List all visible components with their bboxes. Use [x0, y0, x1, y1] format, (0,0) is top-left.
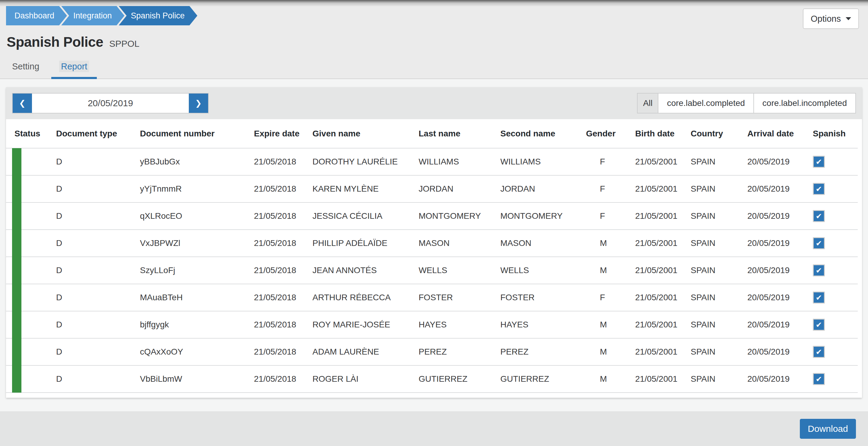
spanish-checkbox[interactable]: ✔	[813, 373, 825, 385]
column-header-given-name: Given name	[312, 119, 418, 148]
filter-button-all[interactable]: All	[637, 93, 658, 114]
cell-expire-date: 21/05/2018	[254, 311, 312, 338]
cell-last-name: JORDAN	[418, 175, 500, 203]
cell-document-type: D	[56, 203, 140, 230]
cell-document-type: D	[56, 338, 140, 365]
tab-label-report: Report	[59, 61, 89, 72]
cell-birth-date: 21/05/2001	[635, 148, 691, 175]
cell-document-number: qXLRocEO	[140, 203, 254, 230]
cell-arrival-date: 20/05/2019	[747, 338, 813, 365]
chevron-left-icon: ❮	[19, 99, 26, 108]
next-date-button[interactable]: ❯	[189, 93, 208, 113]
column-header-expire-date: Expire date	[254, 119, 312, 148]
cell-birth-date: 21/05/2001	[635, 338, 691, 365]
table-header-row: StatusDocument typeDocument numberExpire…	[6, 119, 858, 148]
tab-report[interactable]: Report	[51, 62, 97, 79]
report-table: StatusDocument typeDocument numberExpire…	[6, 119, 858, 393]
date-navigator: ❮ ❯	[12, 93, 209, 114]
page-footer: Download	[0, 411, 868, 446]
content-area: ❮ ❯ Allcore.label.completedcore.label.in…	[0, 79, 868, 411]
options-button-label: Options	[811, 14, 841, 24]
cell-country: SPAIN	[691, 203, 747, 230]
cell-country: SPAIN	[691, 338, 747, 365]
cell-document-number: yBBJubGx	[140, 148, 254, 175]
breadcrumb-item-dashboard[interactable]: Dashboard	[6, 6, 67, 25]
cell-country: SPAIN	[691, 230, 747, 257]
cell-gender: M	[586, 338, 635, 365]
spanish-checkbox[interactable]: ✔	[813, 264, 825, 276]
breadcrumb-item-spanish-police[interactable]: Spanish Police	[119, 6, 197, 25]
cell-last-name: PEREZ	[418, 338, 500, 365]
cell-document-type: D	[56, 230, 140, 257]
cell-given-name: PHILLIP ADÉLAÏDE	[312, 230, 418, 257]
spanish-checkbox[interactable]: ✔	[813, 183, 825, 195]
column-header-document-type: Document type	[56, 119, 140, 148]
cell-gender: F	[586, 148, 635, 175]
spanish-checkbox[interactable]: ✔	[813, 319, 825, 331]
cell-expire-date: 21/05/2018	[254, 148, 312, 175]
cell-last-name: MONTGOMERY	[418, 203, 500, 230]
cell-second-name: HAYES	[500, 311, 586, 338]
spanish-checkbox[interactable]: ✔	[813, 292, 825, 303]
cell-country: SPAIN	[691, 175, 747, 203]
tab-setting[interactable]: Setting	[4, 62, 47, 79]
column-header-status: Status	[6, 119, 56, 148]
cell-spanish: ✔	[813, 338, 858, 365]
table-row: Dbjffgygk21/05/2018ROY MARIE-JOSÉEHAYESH…	[6, 311, 858, 338]
cell-gender: F	[586, 284, 635, 311]
cell-birth-date: 21/05/2001	[635, 311, 691, 338]
cell-second-name: FOSTER	[500, 284, 586, 311]
cell-last-name: HAYES	[418, 311, 500, 338]
cell-spanish: ✔	[813, 311, 858, 338]
cell-expire-date: 21/05/2018	[254, 284, 312, 311]
cell-expire-date: 21/05/2018	[254, 203, 312, 230]
cell-expire-date: 21/05/2018	[254, 338, 312, 365]
table-row: DSzyLLoFj21/05/2018JEAN ANNOTÉSWELLSWELL…	[6, 257, 858, 284]
spanish-checkbox[interactable]: ✔	[813, 156, 825, 168]
cell-document-number: SzyLLoFj	[140, 257, 254, 284]
cell-arrival-date: 20/05/2019	[747, 175, 813, 203]
cell-country: SPAIN	[691, 284, 747, 311]
column-header-spanish: Spanish	[813, 119, 858, 148]
cell-arrival-date: 20/05/2019	[747, 203, 813, 230]
breadcrumb-item-integration[interactable]: Integration	[61, 6, 125, 25]
cell-country: SPAIN	[691, 365, 747, 393]
table-row: DqXLRocEO21/05/2018JESSICA CÉCILIAMONTGO…	[6, 203, 858, 230]
cell-gender: F	[586, 175, 635, 203]
cell-second-name: GUTIERREZ	[500, 365, 586, 393]
cell-spanish: ✔	[813, 203, 858, 230]
options-button[interactable]: Options	[803, 8, 859, 29]
previous-date-button[interactable]: ❮	[13, 93, 32, 113]
filter-button-core-label-incompleted[interactable]: core.label.incompleted	[753, 93, 856, 114]
column-header-birth-date: Birth date	[635, 119, 691, 148]
page-title: Spanish Police	[7, 34, 103, 50]
cell-second-name: WELLS	[500, 257, 586, 284]
cell-birth-date: 21/05/2001	[635, 365, 691, 393]
report-card: ❮ ❯ Allcore.label.completedcore.label.in…	[6, 87, 862, 398]
cell-birth-date: 21/05/2001	[635, 175, 691, 203]
title-row: Spanish Police SPPOL	[7, 34, 868, 50]
cell-document-number: yYjTnmmR	[140, 175, 254, 203]
column-header-gender: Gender	[586, 119, 635, 148]
cell-expire-date: 21/05/2018	[254, 175, 312, 203]
filter-button-core-label-completed[interactable]: core.label.completed	[658, 93, 754, 114]
cell-gender: F	[586, 203, 635, 230]
report-toolbar: ❮ ❯ Allcore.label.completedcore.label.in…	[6, 87, 862, 119]
table-row: DVbBiLbmW21/05/2018ROGER LÀIGUTIERREZGUT…	[6, 365, 858, 393]
cell-birth-date: 21/05/2001	[635, 284, 691, 311]
cell-expire-date: 21/05/2018	[254, 365, 312, 393]
cell-given-name: KAREN MYLÈNE	[312, 175, 418, 203]
download-button[interactable]: Download	[800, 419, 856, 439]
spanish-checkbox[interactable]: ✔	[813, 210, 825, 222]
cell-second-name: MONTGOMERY	[500, 203, 586, 230]
page-header: DashboardIntegrationSpanish Police Optio…	[0, 0, 868, 79]
cell-arrival-date: 20/05/2019	[747, 365, 813, 393]
date-input[interactable]	[32, 93, 189, 113]
breadcrumb: DashboardIntegrationSpanish Police	[6, 6, 868, 25]
cell-spanish: ✔	[813, 257, 858, 284]
spanish-checkbox[interactable]: ✔	[813, 237, 825, 249]
cell-given-name: ROGER LÀI	[312, 365, 418, 393]
cell-last-name: MASON	[418, 230, 500, 257]
cell-country: SPAIN	[691, 257, 747, 284]
spanish-checkbox[interactable]: ✔	[813, 346, 825, 358]
